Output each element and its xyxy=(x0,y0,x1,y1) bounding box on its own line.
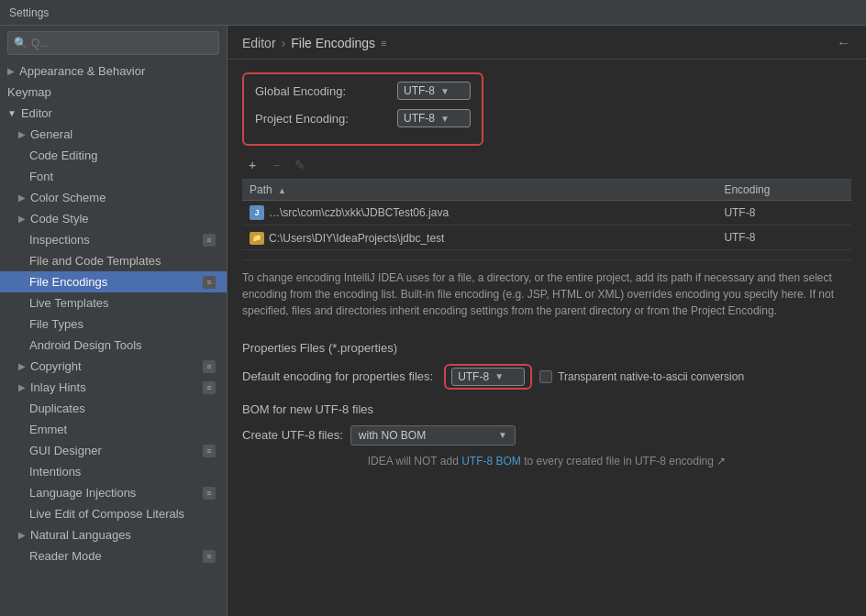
properties-encoding-select[interactable]: UTF-8 ▼ xyxy=(451,368,525,386)
sidebar-item-code-editing[interactable]: Code Editing xyxy=(0,145,227,166)
sidebar-item-keymap[interactable]: Keymap xyxy=(0,82,227,103)
footer-note-text1: IDEA will NOT add xyxy=(368,455,459,468)
project-encoding-select[interactable]: UTF-8 ▼ xyxy=(397,109,471,127)
arrow-icon: ▶ xyxy=(18,129,26,139)
table-cell-path: 📁C:\Users\DIY\IdeaProjects\jdbc_test xyxy=(242,226,716,250)
sidebar: 🔍 ▶Appearance & BehaviorKeymap▼Editor▶Ge… xyxy=(0,26,228,616)
arrow-icon: ▶ xyxy=(18,361,26,371)
nav-badge: ≡ xyxy=(203,234,216,247)
sidebar-item-label: GUI Designer xyxy=(29,444,102,457)
sidebar-item-duplicates[interactable]: Duplicates xyxy=(0,398,227,419)
project-encoding-value: UTF-8 xyxy=(404,112,435,125)
sidebar-item-label: Language Injections xyxy=(29,486,136,500)
sidebar-item-label: File and Code Templates xyxy=(29,254,161,268)
footer-link[interactable]: UTF-8 BOM xyxy=(461,455,521,468)
sidebar-item-label: Appearance & Behavior xyxy=(19,64,145,78)
properties-encoding-row: Default encoding for properties files: U… xyxy=(242,364,851,390)
properties-encoding-select-arrow: ▼ xyxy=(494,371,504,381)
sidebar-item-language-injections[interactable]: Language Injections≡ xyxy=(0,482,227,503)
sidebar-item-label: Inspections xyxy=(29,233,90,247)
sidebar-nav: ▶Appearance & BehaviorKeymap▼Editor▶Gene… xyxy=(0,60,227,566)
native-ascii-checkbox[interactable] xyxy=(539,370,552,383)
sidebar-item-inspections[interactable]: Inspections≡ xyxy=(0,229,227,250)
table-cell-encoding: UTF-8 xyxy=(716,201,851,226)
java-file-icon: J xyxy=(250,205,264,220)
sidebar-item-font[interactable]: Font xyxy=(0,166,227,187)
project-encoding-label: Project Encoding: xyxy=(255,112,397,126)
properties-encoding-value: UTF-8 xyxy=(458,370,489,383)
add-button[interactable]: + xyxy=(242,155,262,175)
sidebar-item-label: Live Edit of Compose Literals xyxy=(29,507,184,521)
sidebar-item-label: Font xyxy=(29,170,53,183)
sidebar-item-color-scheme[interactable]: ▶Color Scheme xyxy=(0,187,227,208)
sidebar-item-general[interactable]: ▶General xyxy=(0,124,227,145)
project-encoding-row: Project Encoding: UTF-8 ▼ xyxy=(255,109,471,127)
table-cell-encoding: UTF-8 xyxy=(716,226,851,250)
sidebar-item-code-style[interactable]: ▶Code Style xyxy=(0,208,227,229)
sidebar-item-label: Natural Languages xyxy=(30,528,131,542)
bom-create-label: Create UTF-8 files: xyxy=(242,428,343,442)
table-row[interactable]: 📁C:\Users\DIY\IdeaProjects\jdbc_test UTF… xyxy=(242,226,851,250)
content-area: Editor › File Encodings ≡ ← Global Encod… xyxy=(228,26,866,616)
main-layout: 🔍 ▶Appearance & BehaviorKeymap▼Editor▶Ge… xyxy=(0,26,866,616)
sidebar-item-live-edit[interactable]: Live Edit of Compose Literals xyxy=(0,503,227,524)
project-encoding-arrow: ▼ xyxy=(440,114,450,124)
global-encoding-label: Global Encoding: xyxy=(255,84,397,98)
content-header: Editor › File Encodings ≡ ← xyxy=(228,26,866,60)
global-encoding-select[interactable]: UTF-8 ▼ xyxy=(397,82,471,100)
global-encoding-row: Global Encoding: UTF-8 ▼ xyxy=(255,82,471,100)
properties-section-title: Properties Files (*.properties) xyxy=(242,341,851,355)
sidebar-item-intentions[interactable]: Intentions xyxy=(0,461,227,482)
content-body: Global Encoding: UTF-8 ▼ Project Encodin… xyxy=(228,60,866,616)
remove-button[interactable]: − xyxy=(266,155,286,175)
sidebar-item-inlay-hints[interactable]: ▶Inlay Hints≡ xyxy=(0,377,227,398)
sidebar-item-gui-designer[interactable]: GUI Designer≡ xyxy=(0,440,227,461)
sidebar-item-emmet[interactable]: Emmet xyxy=(0,419,227,440)
folder-icon: 📁 xyxy=(250,232,264,245)
bom-dropdown[interactable]: with NO BOM ▼ xyxy=(350,425,516,446)
arrow-icon: ▶ xyxy=(7,66,15,76)
col-encoding: Encoding xyxy=(716,180,851,201)
table-toolbar: + − ✎ xyxy=(242,149,851,180)
sidebar-item-file-encodings[interactable]: File Encodings≡ xyxy=(0,271,227,292)
pin-icon[interactable]: ≡ xyxy=(381,38,386,49)
sidebar-item-file-types[interactable]: File Types xyxy=(0,314,227,335)
table-row[interactable]: J…\src\com\czb\xkk\JDBCTest06.java UTF-8 xyxy=(242,201,851,226)
breadcrumb: Editor › File Encodings ≡ xyxy=(242,36,387,50)
bom-row: Create UTF-8 files: with NO BOM ▼ xyxy=(242,425,851,446)
global-encoding-arrow: ▼ xyxy=(440,86,450,96)
sidebar-item-editor[interactable]: ▼Editor xyxy=(0,103,227,124)
global-encoding-value: UTF-8 xyxy=(404,84,435,97)
nav-badge: ≡ xyxy=(203,487,216,500)
search-box[interactable]: 🔍 xyxy=(7,31,219,55)
edit-button[interactable]: ✎ xyxy=(290,155,310,175)
search-input[interactable] xyxy=(31,37,213,50)
sidebar-item-natural-languages[interactable]: ▶Natural Languages xyxy=(0,524,227,545)
sidebar-item-appearance[interactable]: ▶Appearance & Behavior xyxy=(0,60,227,82)
sidebar-item-android-design[interactable]: Android Design Tools xyxy=(0,335,227,356)
encoding-table: Path ▲ Encoding J…\src\com\czb\xkk\JDBCT… xyxy=(242,180,851,250)
nav-badge: ≡ xyxy=(203,445,216,457)
col-path: Path ▲ xyxy=(242,180,716,201)
nav-badge: ≡ xyxy=(203,381,216,394)
breadcrumb-current: File Encodings xyxy=(291,36,375,50)
bom-value: with NO BOM xyxy=(359,429,426,442)
sidebar-item-label: File Encodings xyxy=(29,275,107,289)
sidebar-item-label: Android Design Tools xyxy=(29,338,142,352)
search-icon: 🔍 xyxy=(14,37,28,50)
bom-dropdown-arrow: ▼ xyxy=(498,430,507,440)
sidebar-item-copyright[interactable]: ▶Copyright≡ xyxy=(0,356,227,377)
back-button[interactable]: ← xyxy=(837,35,851,51)
properties-encoding-label: Default encoding for properties files: xyxy=(242,369,433,383)
sidebar-item-file-code-templates[interactable]: File and Code Templates xyxy=(0,250,227,271)
sidebar-item-label: General xyxy=(30,127,72,141)
sidebar-item-label: Intentions xyxy=(29,465,81,478)
native-ascii-label: Transparent native-to-ascii conversion xyxy=(558,370,744,383)
sidebar-item-label: Keymap xyxy=(7,85,51,99)
sidebar-item-reader-mode[interactable]: Reader Mode≡ xyxy=(0,545,227,566)
sidebar-item-label: Live Templates xyxy=(29,296,108,310)
arrow-icon: ▶ xyxy=(18,192,26,203)
sidebar-item-live-templates[interactable]: Live Templates xyxy=(0,292,227,314)
sidebar-item-label: Emmet xyxy=(29,423,67,436)
nav-badge: ≡ xyxy=(203,550,216,563)
